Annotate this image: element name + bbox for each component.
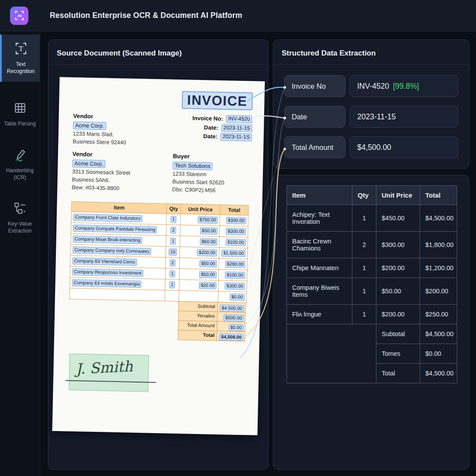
extracted-row[interactable]: Chipe Mannaten 1 $200.00 $1,200.00 xyxy=(287,258,457,278)
app-title: Resolution Enterprise OCR & Document AI … xyxy=(50,11,242,20)
cell-highlight: $300.00 xyxy=(226,228,246,235)
field-value-text: INV-4520 xyxy=(357,82,389,91)
col-unit-price: Unit Price xyxy=(376,186,420,205)
scanned-invoice-image: INVOICE Invoice No: INV-4520 Date: 2023-… xyxy=(52,77,265,435)
cell-total: $1,200.00 xyxy=(420,258,457,278)
extracted-row[interactable]: Bacinc Crewn Chamions 2 $300.00 $1,800.0… xyxy=(287,232,457,258)
cell-item: Achipey: Text Invoration xyxy=(287,205,352,232)
vendor-address-line: Business Stere 92440 xyxy=(72,138,126,147)
cell-total: $200.00 xyxy=(420,278,457,305)
extracted-row[interactable]: Fliʌ lrngue 1 $200.00 $250.00 xyxy=(287,305,457,324)
field-key: Invoice No xyxy=(284,75,345,97)
signature-highlight-box: J. Smith xyxy=(69,354,149,392)
cell-highlight: 2 xyxy=(169,260,176,267)
date-highlight-2: 2023-11-1S xyxy=(221,133,252,141)
subtotal-label: Subtotal xyxy=(178,301,217,312)
cell-highlight: Company Miset Broik-intenicting xyxy=(73,236,142,244)
field-value[interactable]: 2023-11-15 xyxy=(350,106,458,128)
buyer-address-line: Dbx: C90P2).M56 xyxy=(172,186,224,195)
tax-value: $0.00 xyxy=(420,344,457,364)
cell-highlight: $60.00 xyxy=(200,238,217,245)
cell-highlight: $100.00 xyxy=(225,271,245,279)
extracted-field-invoice-no: Invoice No INV-4520 [99.8%] xyxy=(284,75,458,97)
app-header: AI Resolution Enterprise OCR & Document … xyxy=(0,0,476,31)
cell-highlight: $750.00 xyxy=(198,216,218,224)
tax-label: Tomes xyxy=(376,344,420,364)
extracted-table-header: Item Qty Unit Price Total xyxy=(287,186,457,205)
vendor-name-highlight: Acme Corp. xyxy=(73,122,106,130)
table-parsing-icon xyxy=(13,101,27,117)
col-item: Item xyxy=(287,186,352,205)
cell-highlight: 1 xyxy=(170,216,176,223)
text-recognition-icon: T xyxy=(14,42,28,57)
extracted-field-total-amount: Total Amount $4,500.00 xyxy=(284,136,458,158)
grand-total-highlight: $4,508.00 xyxy=(219,334,243,341)
col-qty: Qty xyxy=(167,204,181,214)
cell-highlight: $0.00 xyxy=(230,294,245,301)
cell-highlight: Company Respozoso Investment xyxy=(72,268,143,277)
app-logo-icon: AI xyxy=(10,7,28,25)
cell-highlight: 1 xyxy=(169,281,175,288)
field-value[interactable]: INV-4520 [99.8%] xyxy=(350,75,458,97)
vendor-heading: Vendor xyxy=(73,112,127,122)
field-value[interactable]: $4,500.00 xyxy=(350,136,458,158)
subtotal-label: Subtotal xyxy=(376,324,420,344)
vendor-name-highlight: Acme Corp, xyxy=(72,160,105,168)
invoice-items-table: Item Qty Unit Price Total Company Front … xyxy=(69,202,248,341)
col-total: Total xyxy=(420,186,457,205)
cell-item: Company Biweis Items xyxy=(287,278,352,305)
invoice-no-label: Invoice No: xyxy=(192,115,223,122)
cell-qty: 1 xyxy=(352,278,376,305)
cell-qty: 1 xyxy=(352,305,376,324)
cell-item: Bacinc Crewn Chamions xyxy=(287,232,352,258)
invoice-totals: Subtotal $4.500.00 Yenailes $500.00 Tota… xyxy=(178,301,246,341)
field-value-text: 2023-11-15 xyxy=(357,112,396,122)
extracted-row[interactable]: Company Biweis Items 1 $50.00 $200.00 xyxy=(287,278,457,305)
sidebar-item-handwriting[interactable]: Handwriting (ICR) xyxy=(0,148,40,181)
extracted-row[interactable]: Achipey: Text Invoration 1 $450.00 $4,50… xyxy=(287,205,457,232)
signature-line xyxy=(66,380,156,383)
sidebar-item-key-value[interactable]: Key-Value Extraction xyxy=(0,201,40,234)
total-value: $4,500.00 xyxy=(420,364,457,383)
total-label: Total xyxy=(376,364,420,383)
cell-highlight: Company Front Clate Indurators xyxy=(73,214,142,222)
extraction-panel: Structured Data Extraction Invoice No IN… xyxy=(273,39,469,169)
signature-text: J. Smith xyxy=(76,358,133,377)
date-label: Date: xyxy=(204,124,218,131)
cell-unit-price: $300.00 xyxy=(376,232,420,258)
tax-highlight: $500.00 xyxy=(224,314,244,322)
buyer-block: Buyer Tech Solutions 1233 Stareinn Busin… xyxy=(172,152,225,195)
sidebar-item-text-recognition[interactable]: T Text Recognition xyxy=(0,35,40,82)
vendor-heading: Vendor xyxy=(72,150,131,160)
source-document-panel: Source Document (Scanned Image) INVOICE … xyxy=(48,39,269,470)
cell-highlight: 1 xyxy=(169,271,176,278)
cell-highlight: $1.500.00 xyxy=(221,250,245,257)
cell-total: $4,500.00 xyxy=(420,205,457,232)
cell-total: $1,800.00 xyxy=(420,232,457,258)
sidebar-item-table-parsing[interactable]: Table Parsing xyxy=(0,101,40,127)
cell-highlight: $50.00 xyxy=(200,227,217,234)
cell-highlight: 10 xyxy=(169,249,177,256)
cell-highlight: Company Gompate Pantdale Fkreusing xyxy=(73,225,157,233)
cell-highlight: $50.00 xyxy=(199,271,217,278)
sidebar-item-label: Handwriting (ICR) xyxy=(0,167,40,181)
col-total: Total xyxy=(220,205,248,215)
cell-unit-price: $450.00 xyxy=(376,205,420,232)
buyer-heading: Buyer xyxy=(173,152,225,162)
sidebar: T Text Recognition Table Parsing Handwri… xyxy=(0,31,40,476)
subtotal-value: $4,500.00 xyxy=(420,324,457,344)
total-amount-label: Total Amount xyxy=(178,320,217,331)
extracted-items-table: Item Qty Unit Price Total Achipey: Text … xyxy=(286,185,457,383)
date-highlight: 2023-11-15 xyxy=(221,124,252,132)
cell-unit-price: $200.00 xyxy=(376,258,420,278)
cell-highlight: 2 xyxy=(170,227,176,234)
cell-highlight: Company Eil notals Esvemangia xyxy=(72,279,141,288)
cell-qty: 1 xyxy=(352,205,376,232)
subtotal-highlight: $4.500.00 xyxy=(220,305,244,312)
sidebar-item-label: Table Parsing xyxy=(3,120,37,127)
cell-qty: 2 xyxy=(352,232,376,258)
buyer-name-highlight: Tech Solutions xyxy=(172,162,213,170)
extracted-totals-row: Subtotal $4,500.00 xyxy=(287,324,457,344)
handwriting-icon xyxy=(13,148,27,163)
invoice-title-highlight: INVOICE xyxy=(182,91,253,111)
